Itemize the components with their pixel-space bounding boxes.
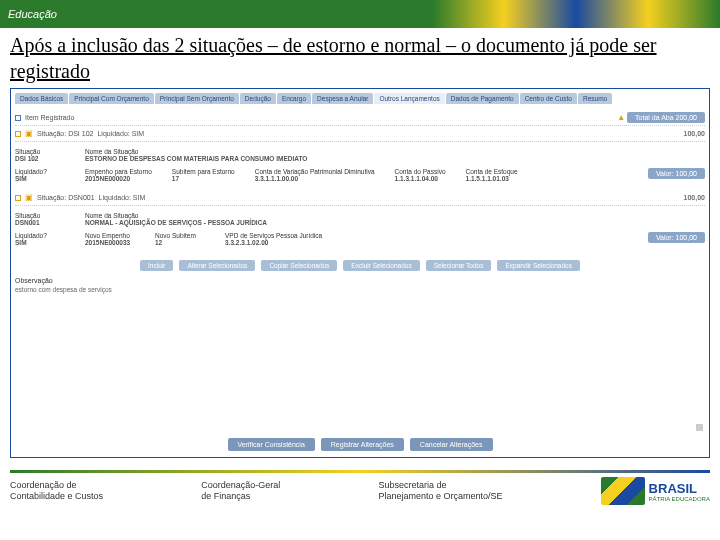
tab-1[interactable]: Principal Com Orçamento [69,93,153,104]
collapse-icon[interactable]: ▣ [25,193,33,202]
gov-header: Educação [0,0,720,28]
incluir-button[interactable]: Incluir [140,260,173,271]
slide-title: Após a inclusão das 2 situações – de est… [10,32,710,84]
row-actions: Incluir Alterar Selecionados Copiar Sele… [15,260,705,271]
tab-9[interactable]: Resumo [578,93,612,104]
select-checkbox-icon[interactable] [15,195,21,201]
flag-icon [601,477,645,505]
verificar-button[interactable]: Verificar Consistência [228,438,315,451]
collapse-icon[interactable]: ▣ [25,129,33,138]
alterar-sel-button[interactable]: Alterar Selecionados [179,260,255,271]
brasil-logo: BRASIL PÁTRIA EDUCADORA [601,477,710,505]
observacao-value: estorno com despesa de serviços [15,286,705,293]
checkbox-icon [15,115,21,121]
tab-0[interactable]: Dados Básicos [15,93,68,104]
resize-handle-icon[interactable] [696,424,703,431]
sit1-valor: Valor: 100,00 [648,168,705,179]
sit1-total: 100,00 [684,130,705,137]
tab-6[interactable]: Outros Lançamentos [374,93,444,104]
registrar-button[interactable]: Registrar Alterações [321,438,404,451]
tab-4[interactable]: Encargo [277,93,311,104]
expand-icon[interactable]: ▲ [617,113,625,122]
footer: Coordenação deContabilidade e Custos Coo… [0,477,720,511]
app-screenshot: Dados BásicosPrincipal Com OrçamentoPrin… [10,88,710,458]
situacao-2-panel: SituaçãoDSN001 Nome da SituaçãoNORMAL - … [15,206,705,254]
sit2-code: Situação: DSN001 [37,194,95,201]
tab-2[interactable]: Principal Sem Orçamento [155,93,239,104]
tab-3[interactable]: Dedução [240,93,276,104]
sit2-valor: Valor: 100,00 [648,232,705,243]
slide-title-row: Após a inclusão das 2 situações – de est… [0,28,720,88]
footer-col-3: Subsecretaria dePlanejamento e Orçamento… [378,480,502,502]
selecionar-todos-button[interactable]: Selecionar Todos [426,260,492,271]
footer-divider [10,470,710,473]
org-logo: Educação [8,8,57,20]
expandir-sel-button[interactable]: Expandir Selecionados [497,260,580,271]
status-flag: Item Registrado [25,114,74,121]
excluir-sel-button[interactable]: Excluir Selecionados [343,260,419,271]
tab-8[interactable]: Centro de Custo [520,93,577,104]
main-actions: Verificar Consistência Registrar Alteraç… [11,438,709,451]
footer-col-2: Coordenação-Geralde Finanças [201,480,280,502]
tab-bar: Dados BásicosPrincipal Com OrçamentoPrin… [15,93,705,104]
observacao-label: Observação [15,277,705,284]
sit1-code: Situação: DSI 102 [37,130,93,137]
copiar-sel-button[interactable]: Copiar Selecionados [261,260,337,271]
situacao-1-panel: SituaçãoDSI 102 Nome da SituaçãoESTORNO … [15,142,705,190]
status-row: Item Registrado ▲ Total da Aba 200,00 [15,110,705,126]
select-checkbox-icon[interactable] [15,131,21,137]
sit1-liq: Liquidado: SIM [97,130,144,137]
sit2-total: 100,00 [684,194,705,201]
total-aba: Total da Aba 200,00 [627,112,705,123]
tab-5[interactable]: Despesa a Anular [312,93,373,104]
cancelar-button[interactable]: Cancelar Alterações [410,438,493,451]
situacao-1-header[interactable]: ▣ Situação: DSI 102 Liquidado: SIM 100,0… [15,126,705,142]
footer-col-1: Coordenação deContabilidade e Custos [10,480,103,502]
situacao-2-header[interactable]: ▣ Situação: DSN001 Liquidado: SIM 100,00 [15,190,705,206]
tab-7[interactable]: Dados de Pagamento [446,93,519,104]
sit2-liq: Liquidado: SIM [99,194,146,201]
